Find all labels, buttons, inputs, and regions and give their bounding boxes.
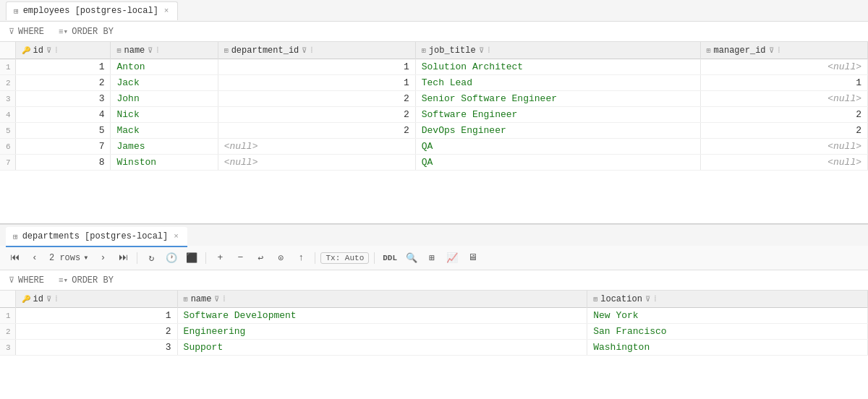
stop-btn[interactable]: ⬛ <box>183 249 200 267</box>
dept-col-divider-2[interactable]: ⁞ <box>222 293 226 304</box>
cell-id[interactable]: 8 <box>15 155 111 171</box>
cell-name[interactable]: Jack <box>111 75 218 91</box>
redo-btn[interactable]: ⊙ <box>272 249 289 267</box>
cell-department-id[interactable]: 2 <box>218 91 415 107</box>
cell-name[interactable]: Support <box>177 340 587 356</box>
apply-btn[interactable]: ↑ <box>292 249 310 267</box>
cell-name[interactable]: Nick <box>111 107 218 123</box>
cell-job-title[interactable]: Tech Lead <box>415 75 700 91</box>
cell-manager-id[interactable]: 2 <box>700 123 867 139</box>
search-btn[interactable]: 🔍 <box>403 249 420 267</box>
cell-job-title[interactable]: Solution Architect <box>415 59 700 75</box>
cell-manager-id[interactable]: <null> <box>700 59 867 75</box>
table-row[interactable]: 33John2Senior Software Engineer<null> <box>0 91 868 107</box>
ddl-btn[interactable]: DDL <box>380 252 400 264</box>
loc-filter-icon[interactable]: ⊽ <box>645 295 650 304</box>
table-row[interactable]: 33SupportWashington <box>0 340 868 356</box>
cell-department-id[interactable]: 2 <box>218 123 415 139</box>
cell-id[interactable]: 4 <box>15 107 111 123</box>
sep-2 <box>205 252 206 264</box>
dept-where-filter[interactable]: ⊽ WHERE <box>9 275 44 286</box>
dept-col-divider-3[interactable]: ⁞ <box>653 293 658 304</box>
cell-manager-id[interactable]: <null> <box>700 91 867 107</box>
departments-table-wrapper: 🔑 id ⊽ ⁞ ⊞ name ⊽ ⁞ <box>0 291 868 356</box>
cell-name[interactable]: Software Development <box>177 308 587 324</box>
add-row-btn[interactable]: + <box>211 249 229 267</box>
cell-job-title[interactable]: QA <box>415 139 700 155</box>
dept-name-filter-icon[interactable]: ⊽ <box>214 295 219 304</box>
cell-manager-id[interactable]: <null> <box>700 139 867 155</box>
row-count-arrow[interactable]: ▾ <box>83 252 88 263</box>
undo-btn[interactable]: ↩ <box>252 249 269 267</box>
table-row[interactable]: 67James<null>QA<null> <box>0 139 868 155</box>
grid-view-btn[interactable]: ⊞ <box>423 249 441 267</box>
table-row[interactable]: 11Anton1Solution Architect<null> <box>0 59 868 75</box>
refresh-btn[interactable]: ↻ <box>142 249 160 267</box>
order-by-filter[interactable]: ≡▾ ORDER BY <box>59 27 114 37</box>
history-btn[interactable]: 🕐 <box>163 249 180 267</box>
departments-tab-close[interactable]: × <box>172 232 180 241</box>
cell-name[interactable]: James <box>111 139 218 155</box>
cell-id[interactable]: 5 <box>15 123 111 139</box>
export-btn[interactable]: 🖥 <box>464 249 481 267</box>
dept-filter-icon[interactable]: ⊽ <box>302 46 307 55</box>
cell-name[interactable]: Anton <box>111 59 218 75</box>
cell-job-title[interactable]: QA <box>415 155 700 171</box>
where-filter[interactable]: ⊽ WHERE <box>9 27 44 37</box>
cell-name[interactable]: Winston <box>111 155 218 171</box>
col-divider-1[interactable]: ⁞ <box>54 45 59 56</box>
table-row[interactable]: 11Software DevelopmentNew York <box>0 308 868 324</box>
last-row-btn[interactable]: ⏭ <box>114 249 132 267</box>
cell-manager-id[interactable]: 1 <box>700 75 867 91</box>
cell-id[interactable]: 1 <box>15 308 177 324</box>
next-row-btn[interactable]: › <box>94 249 111 267</box>
cell-department-id[interactable]: 2 <box>218 107 415 123</box>
dept-id-filter-icon[interactable]: ⊽ <box>46 295 51 304</box>
cell-manager-id[interactable]: <null> <box>700 155 867 171</box>
cell-manager-id[interactable]: 2 <box>700 107 867 123</box>
cell-id[interactable]: 2 <box>15 324 177 340</box>
table-row[interactable]: 78Winston<null>QA<null> <box>0 155 868 171</box>
chart-view-btn[interactable]: 📈 <box>443 249 461 267</box>
cell-job-title[interactable]: Senior Software Engineer <box>415 91 700 107</box>
table-row[interactable]: 22EngineeringSan Francisco <box>0 324 868 340</box>
cell-location[interactable]: Washington <box>587 340 868 356</box>
cell-id[interactable]: 1 <box>15 59 111 75</box>
first-row-btn[interactable]: ⏮ <box>6 249 23 267</box>
dept-order-by-filter[interactable]: ≡▾ ORDER BY <box>59 275 114 286</box>
col-divider-2[interactable]: ⁞ <box>156 45 160 56</box>
cell-location[interactable]: New York <box>587 308 868 324</box>
cell-id[interactable]: 2 <box>15 75 111 91</box>
id-filter-icon[interactable]: ⊽ <box>46 46 51 55</box>
cell-id[interactable]: 3 <box>15 91 111 107</box>
cell-department-id[interactable]: <null> <box>218 139 415 155</box>
employees-tab-close[interactable]: × <box>163 7 171 15</box>
sep-4 <box>374 252 375 264</box>
cell-department-id[interactable]: <null> <box>218 155 415 171</box>
cell-job-title[interactable]: Software Engineer <box>415 107 700 123</box>
mgr-filter-icon[interactable]: ⊽ <box>769 46 774 55</box>
delete-row-btn[interactable]: − <box>231 249 249 267</box>
cell-name[interactable]: Engineering <box>177 324 587 340</box>
employees-tab[interactable]: ⊞ employees [postgres-local] × <box>6 1 178 20</box>
cell-department-id[interactable]: 1 <box>218 75 415 91</box>
dept-col-divider-1[interactable]: ⁞ <box>54 293 59 304</box>
job-filter-icon[interactable]: ⊽ <box>479 46 484 55</box>
table-row[interactable]: 55Mack2DevOps Engineer2 <box>0 123 868 139</box>
col-divider-4[interactable]: ⁞ <box>487 45 491 56</box>
table-row[interactable]: 22Jack1Tech Lead1 <box>0 75 868 91</box>
cell-department-id[interactable]: 1 <box>218 59 415 75</box>
tx-badge[interactable]: Tx: Auto <box>320 252 369 264</box>
cell-name[interactable]: Mack <box>111 123 218 139</box>
cell-location[interactable]: San Francisco <box>587 324 868 340</box>
name-filter-icon[interactable]: ⊽ <box>148 46 153 55</box>
cell-id[interactable]: 3 <box>15 340 177 356</box>
cell-name[interactable]: John <box>111 91 218 107</box>
cell-id[interactable]: 7 <box>15 139 111 155</box>
cell-job-title[interactable]: DevOps Engineer <box>415 123 700 139</box>
col-divider-3[interactable]: ⁞ <box>310 45 314 56</box>
prev-row-btn[interactable]: ‹ <box>26 249 43 267</box>
departments-tab[interactable]: ⊞ departments [postgres-local] × <box>6 227 187 246</box>
table-row[interactable]: 44Nick2Software Engineer2 <box>0 107 868 123</box>
col-divider-5[interactable]: ⁞ <box>777 45 781 56</box>
